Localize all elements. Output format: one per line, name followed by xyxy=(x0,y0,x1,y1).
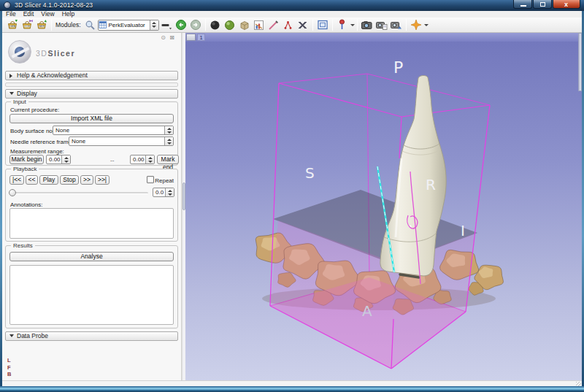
module-forward-icon[interactable] xyxy=(189,18,202,31)
save-scene-basket-icon[interactable]: SAVE xyxy=(35,18,48,31)
modules-label: Modules: xyxy=(55,21,81,28)
help-acknowledgement-header[interactable]: Help & Acknowledgement xyxy=(5,71,178,80)
window-title: 3D Slicer 4.1.0-2012-08-23 xyxy=(15,1,93,9)
input-group: Input Current procedure: Import XML file… xyxy=(5,101,178,166)
mouse-interaction-pin-icon[interactable] xyxy=(336,18,349,31)
results-textbox[interactable] xyxy=(9,265,174,325)
time-slider-track[interactable] xyxy=(10,192,148,194)
panel-undock-button[interactable]: ⊙ xyxy=(160,34,166,41)
crosshair-caret[interactable] xyxy=(424,24,429,26)
status-bar xyxy=(2,380,582,386)
collapse-arrow-icon xyxy=(9,92,14,95)
data-probe-row-b: B xyxy=(7,371,11,377)
threed-scene[interactable]: P S R I A xyxy=(185,42,582,380)
menu-edit[interactable]: Edit xyxy=(20,11,38,18)
view-label: 1 xyxy=(197,34,205,41)
scene-cube-icon[interactable] xyxy=(238,18,251,31)
spinbox-arrows[interactable] xyxy=(61,155,70,164)
module-back-icon[interactable] xyxy=(174,18,188,31)
bounding-box-top-edges xyxy=(279,83,490,158)
slicer-logo-icon xyxy=(8,40,31,64)
spinbox-arrows[interactable] xyxy=(145,155,154,164)
app-icon xyxy=(4,1,11,9)
panel-close-button[interactable]: ⊠ xyxy=(169,34,175,41)
scene-view-restore-icon[interactable] xyxy=(390,18,403,31)
data-probe-header[interactable]: Data Probe xyxy=(5,331,178,341)
module-selector-value: PerkEvaluator xyxy=(109,22,145,28)
spinbox-arrows[interactable] xyxy=(165,188,174,196)
dark-sphere-icon[interactable] xyxy=(209,18,222,31)
maximize-button[interactable] xyxy=(533,0,552,9)
scene-view-camera-icon[interactable] xyxy=(375,18,388,31)
svg-text:DCM: DCM xyxy=(24,25,29,28)
step-forward-button[interactable]: >> xyxy=(80,175,93,185)
playback-group: Playback |<< << Play Stop >> >>| Repeat … xyxy=(5,169,178,242)
end-spinbox[interactable]: 0.00 xyxy=(130,155,155,164)
repeat-checkbox[interactable] xyxy=(147,176,154,183)
combo-spinner[interactable] xyxy=(164,137,173,145)
screenshot-camera-icon[interactable] xyxy=(361,18,374,31)
begin-spinbox[interactable]: 0.00 xyxy=(46,155,71,164)
empty-frame xyxy=(5,82,178,87)
results-group-title: Results xyxy=(11,242,35,249)
module-search-icon[interactable] xyxy=(84,18,97,31)
input-group-title: Input xyxy=(11,99,28,105)
minimize-button[interactable] xyxy=(513,0,532,9)
play-button[interactable]: Play xyxy=(39,175,58,185)
body-surface-combo[interactable]: None xyxy=(53,126,174,135)
slicer-logo-text: 3DSlicer xyxy=(36,49,75,58)
svg-text:DATA: DATA xyxy=(9,25,15,28)
combo-spinner[interactable] xyxy=(164,126,173,134)
measurement-range-label: Measurement range: xyxy=(10,148,64,155)
load-dicom-basket-icon[interactable]: DCM xyxy=(20,18,34,31)
crosshair-icon[interactable] xyxy=(410,18,423,31)
menu-file[interactable]: File xyxy=(2,11,20,18)
display-header[interactable]: Display xyxy=(5,89,178,99)
orientation-label-posterior: P xyxy=(393,58,403,77)
data-probe-row-l: L xyxy=(7,357,11,364)
stop-button[interactable]: Stop xyxy=(60,175,79,185)
menu-help[interactable]: Help xyxy=(58,11,78,18)
window-border-left xyxy=(0,11,2,386)
layout-selector-icon[interactable] xyxy=(316,18,329,31)
annotations-textbox[interactable] xyxy=(9,208,174,239)
playback-group-title: Playback xyxy=(11,166,39,172)
needle-frame-combo[interactable]: None xyxy=(69,137,174,146)
green-sphere-icon[interactable] xyxy=(223,18,237,31)
title-bar[interactable]: 3D Slicer 4.1.0-2012-08-23 x xyxy=(0,0,584,11)
import-xml-button[interactable]: Import XML file xyxy=(9,114,174,123)
data-probe-row-f: F xyxy=(7,364,11,371)
mark-end-button[interactable]: Mark end xyxy=(157,155,179,164)
time-slider-handle[interactable] xyxy=(9,189,16,196)
module-table-icon xyxy=(99,20,107,29)
menu-bar: File Edit View Help xyxy=(2,11,582,18)
go-first-button[interactable]: |<< xyxy=(9,175,24,185)
svg-text:SAVE: SAVE xyxy=(39,25,45,28)
main-toolbar: DATA DCM SAVE Modules: PerkEvaluator xyxy=(2,18,582,33)
menu-view[interactable]: View xyxy=(37,11,58,18)
repeat-label: Repeat xyxy=(155,177,174,184)
module-selector-combo[interactable]: PerkEvaluator xyxy=(98,20,159,31)
view-controller-bar: 1 xyxy=(185,33,582,42)
transforms-icon[interactable] xyxy=(296,18,310,31)
range-separator: -- xyxy=(110,157,114,164)
chart-editor-icon[interactable] xyxy=(253,18,266,31)
needle-frame-label: Needle reference frame: xyxy=(10,139,73,145)
step-back-button[interactable]: << xyxy=(26,175,38,185)
mark-begin-button[interactable]: Mark begin xyxy=(9,155,44,164)
time-spinbox[interactable]: 0.0 xyxy=(153,188,174,197)
measurement-ruler-icon[interactable] xyxy=(267,18,280,31)
annotations-label: Annotations: xyxy=(10,201,42,208)
toolbar-separator xyxy=(205,19,206,31)
view-controller-pin-button[interactable] xyxy=(186,34,196,41)
close-button[interactable]: x xyxy=(553,0,580,9)
collapse-arrow-icon xyxy=(9,74,12,78)
load-data-basket-icon[interactable]: DATA xyxy=(6,18,19,31)
module-panel: ⊙ ⊠ 3DSlicer Help & Acknowledgement Disp… xyxy=(2,33,182,380)
fiducial-markers-icon[interactable] xyxy=(282,18,295,31)
analyse-button[interactable]: Analyse xyxy=(9,252,174,261)
module-selector-spinner[interactable] xyxy=(150,20,158,30)
mouse-interaction-caret[interactable] xyxy=(350,24,355,26)
go-last-button[interactable]: >>| xyxy=(95,175,110,185)
module-history-icon[interactable] xyxy=(160,18,173,31)
